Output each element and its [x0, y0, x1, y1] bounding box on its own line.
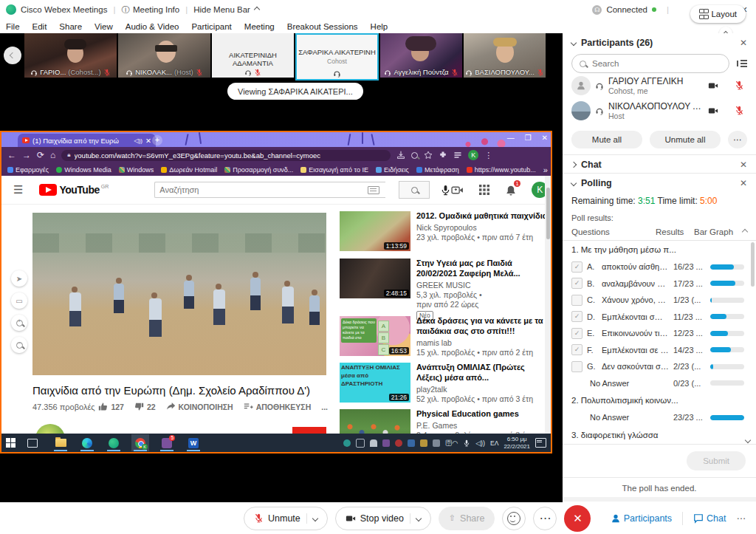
action-center-icon[interactable] — [535, 438, 546, 448]
chrome-icon[interactable]: K — [131, 434, 149, 451]
browser-menu-icon[interactable]: ⋮ — [484, 151, 492, 160]
channel-avatar[interactable] — [35, 424, 65, 434]
bookmark-star-icon[interactable] — [424, 151, 433, 160]
checkbox-checked[interactable] — [571, 311, 583, 322]
menu-audio-video[interactable]: Audio & Video — [126, 22, 179, 31]
bookmarks-overflow-button[interactable]: » — [543, 165, 548, 174]
checkbox-checked[interactable] — [571, 261, 583, 273]
camera-on-icon[interactable] — [708, 106, 718, 116]
save-button[interactable]: ΑΠΟΘΗΚΕΥΣΗ — [244, 402, 312, 411]
address-bar[interactable]: 🔒︎ youtube.com/watch?v=S6vmY_e3EPg&featu… — [61, 150, 391, 161]
menu-participant[interactable]: Participant — [191, 22, 231, 31]
wifi-icon[interactable]: 🛜︎◠ — [445, 439, 458, 447]
menu-share[interactable]: Share — [59, 22, 82, 31]
youtube-search-button[interactable] — [399, 181, 430, 199]
chat-close-icon[interactable]: ✕ — [740, 160, 747, 170]
word-icon[interactable]: W — [185, 434, 202, 451]
menu-meeting[interactable]: Meeting — [244, 22, 275, 31]
participant-row[interactable]: ΝΙΚΟΛΑΚΟΠΟΥΛΟΥ ΑΙΚΑΤΕΡ... Host — [563, 98, 756, 123]
browser-profile-avatar[interactable]: K — [468, 150, 478, 160]
browser-tab[interactable]: (1) Παιχνίδια από την Ευρώ ◁)) ✕ — [18, 134, 156, 147]
keyboard-icon[interactable] — [368, 186, 379, 194]
browser-minimize-button[interactable]: — — [507, 134, 515, 142]
panel-more-button[interactable]: ⋯ — [737, 513, 746, 524]
menu-view[interactable]: View — [94, 22, 113, 31]
reload-button[interactable]: ⟳ — [37, 150, 44, 160]
tray-warning-icon[interactable] — [420, 439, 427, 447]
tab-close-icon[interactable]: ✕ — [145, 137, 151, 145]
taskbar-clock[interactable]: 6:50 μμ22/2/2021 — [504, 436, 530, 451]
participants-toggle-button[interactable]: Participants — [611, 513, 672, 524]
checkbox-checked[interactable] — [571, 278, 583, 289]
participant-thumbnail[interactable]: ΑΙΚΑΤΕΡΙΝΙΔΗ ΑΔΑΜΑΝΤΙΑ — [212, 33, 294, 78]
mute-all-button[interactable]: Mute all — [571, 131, 642, 148]
like-button[interactable]: 127 — [98, 402, 124, 411]
zoom-out-tool-icon[interactable]: − — [11, 337, 27, 353]
unmute-all-button[interactable]: Unmute all — [650, 131, 721, 148]
leave-meeting-button[interactable]: ✕ — [564, 505, 591, 532]
video-player[interactable] — [32, 213, 326, 375]
checkbox-checked[interactable] — [571, 328, 583, 339]
browser-close-button[interactable]: ✕ — [542, 134, 548, 142]
participant-thumbnail[interactable]: Αγγελική Πούντζα — [380, 33, 462, 78]
task-view-button[interactable] — [24, 434, 41, 451]
viber-icon[interactable]: 5 — [158, 434, 176, 451]
bookmark-item[interactable]: Προσαρμογή συνδ... — [224, 166, 293, 174]
active-speaker-thumbnail[interactable]: ΣΑΦΑΡΙΚΑ ΑΙΚΑΤΕΡΙΝΗ Cohost — [295, 33, 379, 81]
reading-list-icon[interactable] — [453, 151, 462, 160]
start-button[interactable] — [1, 434, 19, 451]
reactions-button[interactable] — [502, 507, 526, 530]
more-actions-button[interactable]: ... — [321, 403, 328, 411]
suggested-video[interactable]: 2:48:15 Στην Υγειά μας ρε Παιδιά 20/02/2… — [340, 259, 551, 321]
zoom-in-tool-icon[interactable]: + — [11, 315, 27, 331]
participants-close-icon[interactable]: ✕ — [740, 38, 747, 48]
meeting-info-button[interactable]: Meeting Info — [133, 5, 179, 14]
youtube-apps-icon[interactable] — [478, 184, 490, 196]
youtube-search-input[interactable] — [154, 182, 385, 198]
participants-header[interactable]: Participants (26) ✕ — [563, 33, 756, 51]
stop-video-button[interactable]: Stop video — [335, 507, 431, 530]
home-button[interactable]: ⌂ — [50, 150, 55, 160]
filmstrip-prev-button[interactable] — [4, 47, 21, 64]
create-video-icon[interactable] — [451, 184, 464, 196]
dislike-button[interactable]: 22 — [134, 402, 156, 411]
browser-restore-button[interactable]: ❐ — [525, 134, 532, 142]
bookmark-item[interactable]: Windows — [119, 166, 154, 174]
suggested-video[interactable]: 1:13:59 2012. Ομαδικά μαθητικά παιχνίδια… — [340, 211, 551, 251]
menu-breakout-sessions[interactable]: Breakout Sessions — [287, 22, 358, 31]
layout-button[interactable]: Layout — [690, 5, 746, 23]
tray-app-icon[interactable] — [395, 439, 402, 447]
muted-mic-icon[interactable] — [735, 81, 744, 90]
tray-app-icon[interactable] — [356, 439, 365, 448]
zoom-icon[interactable] — [411, 152, 418, 159]
tray-app-icon[interactable] — [433, 439, 440, 447]
eraser-tool-icon[interactable]: ▭ — [11, 292, 27, 309]
notifications-bell-icon[interactable]: 1 — [505, 183, 517, 196]
tray-viber-icon[interactable] — [382, 439, 390, 447]
menu-edit[interactable]: Edit — [32, 22, 47, 31]
edge-icon[interactable] — [78, 434, 96, 451]
participants-more-button[interactable]: ⋯ — [728, 131, 747, 148]
participant-thumbnail[interactable]: ΓΑΡΙΟ... (Cohost...) — [24, 33, 117, 78]
poll-scrollbar[interactable] — [751, 242, 755, 287]
chat-toggle-button[interactable]: Chat — [693, 513, 726, 524]
suggested-video[interactable]: Δέκα δράσεις που μπορείτε να κάνετε με τ… — [340, 316, 551, 357]
suggested-video[interactable]: ΑΝΑΠΤΥΞΗ ΟΜΙΛΙΑΣ μέσα από ΔΡΑΣΤΗΡΙΟΤΗ 21… — [340, 363, 551, 404]
menu-file[interactable]: File — [6, 22, 20, 31]
bookmark-item[interactable]: Εισαγωγή από το IE — [300, 166, 368, 174]
bookmark-item[interactable]: Εφαρμογές — [7, 166, 49, 174]
tray-onedrive-icon[interactable] — [370, 439, 377, 447]
file-explorer-icon[interactable] — [52, 434, 69, 451]
chat-header[interactable]: Chat ✕ — [563, 155, 756, 173]
unmute-button[interactable]: Unmute — [244, 507, 328, 530]
bookmark-item[interactable]: Δωρεάν Hotmail — [161, 166, 217, 174]
participants-search-input[interactable] — [591, 58, 721, 69]
checkbox-checked[interactable] — [571, 344, 583, 355]
submit-button[interactable]: Submit — [687, 451, 746, 470]
back-button[interactable]: ← — [7, 150, 16, 160]
language-indicator[interactable]: ΕΛ — [490, 439, 498, 447]
muted-mic-icon[interactable] — [735, 106, 744, 115]
bookmark-item[interactable]: Windows Media — [56, 166, 111, 174]
participant-thumbnail[interactable]: ΝΙΚΟΛΑΚ... (Host) — [118, 33, 210, 78]
save-page-icon[interactable] — [396, 151, 405, 160]
